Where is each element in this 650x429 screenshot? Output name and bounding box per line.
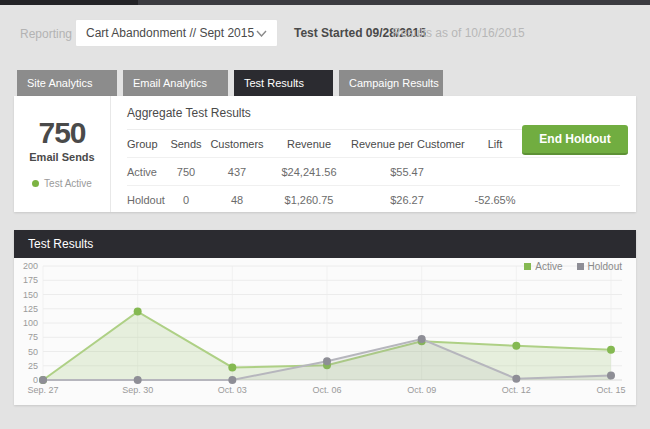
report-selector-dropdown[interactable]: Cart Abandonment // Sept 2015 [75,19,278,47]
svg-text:25: 25 [28,361,38,371]
aggregate-results: Aggregate Test Results Group Sends Custo… [112,96,636,214]
col-revenue: Revenue [267,130,351,158]
status-dot-icon [32,180,39,187]
table-row-active: Active 750 437 $24,241.56 $55.47 [127,158,620,186]
active-customers: 437 [207,158,267,186]
legend-item-holdout: Holdout [577,261,622,272]
active-legend-swatch-icon [524,263,531,270]
holdout-revenue-per-customer: $26.27 [351,186,463,214]
active-revenue-per-customer: $55.47 [351,158,463,186]
col-customers: Customers [207,130,267,158]
top-window-strip-segment [0,0,138,5]
line-chart-svg: 0255075100125150175200Sep. 27Sep. 30Oct.… [14,258,636,405]
table-row-holdout: Holdout 0 48 $1,260.75 $26.27 -52.65% [127,186,620,214]
svg-text:175: 175 [23,275,38,285]
holdout-lift: -52.65% [463,186,527,214]
test-results-chart: Active Holdout 0255075100125150175200Sep… [14,258,636,405]
summary-column: 750 Email Sends Test Active [14,96,111,212]
email-sends-label: Email Sends [14,151,110,163]
svg-text:Oct. 03: Oct. 03 [218,385,247,395]
svg-text:50: 50 [28,347,38,357]
active-revenue: $24,241.56 [267,158,351,186]
svg-text:0: 0 [33,375,38,385]
svg-text:Oct. 06: Oct. 06 [312,385,341,395]
results-as-of-label: Results as of 10/16/2015 [392,26,525,40]
chart-panel: Test Results Active Holdout 025507510012… [14,230,636,405]
chart-panel-header: Test Results [14,230,636,258]
col-revenue-per-customer: Revenue per Customer [351,130,463,158]
end-holdout-button[interactable]: End Holdout [522,125,628,155]
chart-legend: Active Holdout [524,261,622,272]
svg-text:75: 75 [28,332,38,342]
holdout-customers: 48 [207,186,267,214]
test-status: Test Active [14,178,110,189]
legend-item-active: Active [524,261,562,272]
legend-label-holdout: Holdout [588,261,622,272]
holdout-legend-swatch-icon [577,263,584,270]
active-lift [463,158,527,186]
top-window-strip [0,0,650,5]
col-group: Group [127,130,165,158]
svg-text:Oct. 09: Oct. 09 [407,385,436,395]
reporting-dashboard: Reporting Cart Abandonment // Sept 2015 … [0,0,650,429]
svg-text:100: 100 [23,318,38,328]
active-sends: 750 [165,158,207,186]
legend-label-active: Active [535,261,562,272]
tab-email-analytics[interactable]: Email Analytics [123,70,228,96]
chart-panel-title: Test Results [28,237,93,251]
holdout-group: Holdout [127,186,165,214]
holdout-sends: 0 [165,186,207,214]
svg-text:150: 150 [23,290,38,300]
chevron-down-icon [256,30,267,37]
reporting-label: Reporting [20,27,72,41]
svg-text:Sep. 30: Sep. 30 [122,385,153,395]
holdout-revenue: $1,260.75 [267,186,351,214]
test-status-label: Test Active [44,178,92,189]
col-sends: Sends [165,130,207,158]
svg-text:Oct. 12: Oct. 12 [502,385,531,395]
svg-text:200: 200 [23,261,38,271]
email-sends-count: 750 [14,116,110,150]
col-lift: Lift [463,130,527,158]
aggregate-panel: 750 Email Sends Test Active Aggregate Te… [14,96,636,212]
svg-text:Oct. 15: Oct. 15 [596,385,625,395]
svg-text:Sep. 27: Sep. 27 [27,385,58,395]
tab-site-analytics[interactable]: Site Analytics [17,70,117,96]
tab-bar: Site Analytics Email Analytics Test Resu… [17,70,443,96]
report-selector-value: Cart Abandonment // Sept 2015 [86,26,254,40]
active-group: Active [127,158,165,186]
svg-text:125: 125 [23,304,38,314]
tab-test-results[interactable]: Test Results [234,70,333,96]
tab-campaign-results[interactable]: Campaign Results [339,70,443,96]
